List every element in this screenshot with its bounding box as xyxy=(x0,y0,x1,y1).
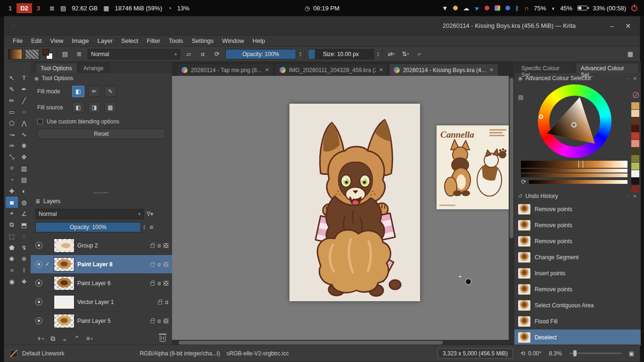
gradient-swatch[interactable] xyxy=(8,49,22,59)
tab-specific-colour-sel-[interactable]: Specific Colour Sel... xyxy=(516,63,575,73)
tab-advanced-colour-sel-[interactable]: Advanced Colour Sel... xyxy=(576,63,639,73)
doc-tab-0[interactable]: 20260114 - Tap me.png (8...✕ xyxy=(177,64,274,76)
layer-row[interactable]: Vector Layer 1α xyxy=(31,293,172,312)
palette-swatch[interactable] xyxy=(631,148,639,155)
custom-blending-checkbox[interactable] xyxy=(37,119,43,124)
tool-poly-select[interactable]: ⬟ xyxy=(6,242,18,253)
add-layer-button[interactable]: +▾ xyxy=(37,335,44,342)
close-icon[interactable]: ✕ xyxy=(379,67,383,73)
brush-presets-icon[interactable]: ▤ xyxy=(59,49,71,59)
close-icon[interactable]: ✕ xyxy=(489,67,494,73)
tool-options-header[interactable]: ◉ Tool Options xyxy=(31,73,172,83)
headphone-icon[interactable]: ∩ xyxy=(524,5,528,12)
undo-history-header[interactable]: ↺ Undo History ▫ ✕ xyxy=(514,191,641,201)
alpha-lock-icon[interactable]: α xyxy=(157,261,161,268)
layer-row[interactable]: Group 2α xyxy=(31,236,172,255)
canvas-viewport[interactable]: Cannella xyxy=(172,76,509,340)
alpha-lock-icon[interactable]: α xyxy=(157,280,161,287)
menu-edit[interactable]: Edit xyxy=(27,36,45,46)
layer-blending-combo[interactable]: Normal ▾ xyxy=(35,209,144,219)
sv-triangle[interactable] xyxy=(538,84,611,158)
brush-preset-icon[interactable] xyxy=(10,350,17,357)
tool-edit-shapes[interactable]: ✎ xyxy=(6,83,18,95)
tool-multibrush[interactable]: ❋ xyxy=(18,140,30,151)
notification-icon[interactable] xyxy=(453,6,458,10)
tool-colorize-mask[interactable]: ◐ xyxy=(18,185,30,197)
undo-history-item[interactable]: Flood Fill xyxy=(514,313,641,329)
camera-icon[interactable] xyxy=(485,6,489,10)
tool-freehand-brush[interactable]: ✏ xyxy=(6,95,18,106)
opacity-slider[interactable]: Opacity: 100% xyxy=(225,49,296,59)
tool-ellipse[interactable]: ○ xyxy=(18,106,30,117)
visibility-icon[interactable] xyxy=(35,280,42,287)
tool-reference-images[interactable]: ⧉ xyxy=(6,219,18,230)
layer-opacity-slider[interactable]: Opacity: 100% xyxy=(35,222,141,232)
shade-strip[interactable] xyxy=(521,161,627,168)
layer-row[interactable]: Paint Layer 6α xyxy=(31,274,172,293)
menu-view[interactable]: View xyxy=(46,36,67,46)
tool-calligraphy[interactable]: ✒ xyxy=(18,83,30,95)
delete-layer-button[interactable] xyxy=(160,336,165,342)
undo-history-item[interactable]: Change Segment xyxy=(514,249,641,265)
tool-pattern-edit[interactable]: ▤ xyxy=(18,174,30,185)
undo-history-item[interactable]: Remove points xyxy=(514,201,641,217)
color-wheel[interactable] xyxy=(538,84,611,158)
layer-options-icon[interactable]: ≡ xyxy=(149,223,153,231)
bluetooth-icon[interactable]: ᛒ xyxy=(515,5,519,12)
wraparound-icon[interactable]: ⌐ xyxy=(414,49,425,59)
float-docker-icon[interactable]: ▫ xyxy=(627,194,629,199)
alpha-lock-icon[interactable]: α xyxy=(197,49,208,59)
layer-opacity-spinner[interactable]: ▲▼ xyxy=(143,224,146,230)
palette-swatch[interactable] xyxy=(631,132,639,140)
fill-source-bg-button[interactable]: ◨ xyxy=(88,102,100,113)
tool-rectangle[interactable]: ▭ xyxy=(6,106,18,117)
tool-bezier-curve[interactable]: ↝ xyxy=(6,129,18,140)
tool-enclose-fill[interactable]: ◍ xyxy=(18,197,30,208)
palette-swatch[interactable] xyxy=(631,110,639,117)
reference-image[interactable]: Cannella xyxy=(437,125,509,209)
shade-strip[interactable] xyxy=(529,180,627,184)
brush-settings-icon[interactable]: ≣ xyxy=(74,49,85,59)
workspace-d2[interactable]: D2 xyxy=(17,3,32,13)
menu-help[interactable]: Help xyxy=(249,36,269,46)
palette-swatch[interactable] xyxy=(631,140,639,147)
tool-transform[interactable]: ⤡ xyxy=(6,151,18,163)
lock-icon[interactable] xyxy=(158,301,162,304)
tool-rect-select[interactable]: ⬚ xyxy=(6,230,18,242)
undo-history-item[interactable]: Remove points xyxy=(514,217,641,233)
doc-tab-2[interactable]: 20260114 - Kissing Boys.kra (4...✕ xyxy=(389,64,498,76)
app-tray-icon-2[interactable] xyxy=(505,6,510,10)
speaker-icon[interactable]: ◖ xyxy=(551,5,555,12)
duplicate-layer-button[interactable]: ⧉ xyxy=(50,335,55,343)
lock-icon[interactable] xyxy=(150,263,155,267)
palette-swatch[interactable] xyxy=(631,163,639,170)
mirror-vertical-icon[interactable]: ⇅▾ xyxy=(400,49,411,59)
menu-icon[interactable]: ≣ xyxy=(50,5,55,12)
size-spinner[interactable]: ▲▼ xyxy=(377,51,380,57)
tool-polyline[interactable]: ⋀ xyxy=(18,117,30,129)
fill-source-fg-button[interactable]: ◧ xyxy=(72,102,84,113)
tool-polygon[interactable]: ⬠ xyxy=(6,117,18,129)
inherit-alpha-icon[interactable] xyxy=(164,319,168,323)
move-layer-up-button[interactable]: ⌃ xyxy=(74,335,80,342)
cloud-icon[interactable]: ☁ xyxy=(463,5,469,12)
alpha-lock-icon[interactable]: α xyxy=(157,318,161,324)
doc-tab-1[interactable]: IMG_20260111_204328_459.kra (2...✕ xyxy=(275,64,388,76)
lock-icon[interactable] xyxy=(150,320,155,323)
reload-preset-icon[interactable]: ⟳ xyxy=(211,49,223,59)
size-slider[interactable]: Size: 10.00 px xyxy=(308,49,374,59)
layer-row[interactable]: Paint Layer 5α xyxy=(31,312,172,330)
workspace-1[interactable]: 1 xyxy=(5,3,16,13)
lock-icon[interactable] xyxy=(150,245,155,248)
tool-line[interactable]: ╱ xyxy=(18,95,30,106)
alpha-lock-icon[interactable]: α xyxy=(157,242,161,249)
tool-select-shapes[interactable]: ↖ xyxy=(6,72,18,83)
undo-history-item[interactable]: Remove points xyxy=(514,281,641,297)
pattern-swatch[interactable] xyxy=(25,49,39,59)
canvas-vscrollbar[interactable] xyxy=(509,76,514,340)
tool-measure[interactable]: ∠ xyxy=(18,208,30,219)
tool-magnetic-select[interactable]: ⌇ xyxy=(18,264,30,276)
palette-swatch[interactable] xyxy=(631,155,639,162)
layer-properties-button[interactable]: ≡▾ xyxy=(86,335,93,342)
colorspace-label[interactable]: RGB/Alpha (8-bit integer/cha...l) xyxy=(140,350,220,357)
